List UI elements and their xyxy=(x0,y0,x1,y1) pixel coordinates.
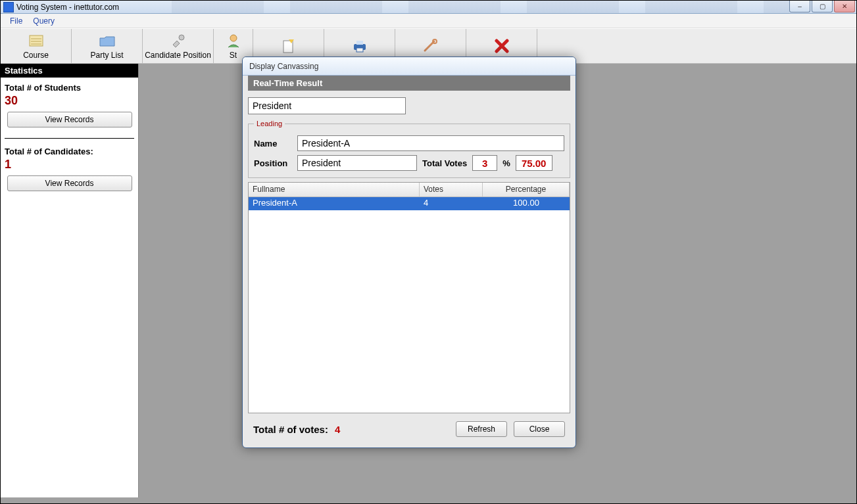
toolbar-candpos-label: Candidate Position xyxy=(145,51,211,60)
position-field[interactable]: President xyxy=(297,155,417,171)
toolbar-party-list[interactable]: Party List xyxy=(72,29,143,63)
course-icon xyxy=(27,32,45,49)
x-red-icon xyxy=(493,37,511,55)
percent-value: 75.00 xyxy=(522,158,547,169)
total-votes-field[interactable]: 3 xyxy=(472,155,497,171)
refresh-button[interactable]: Refresh xyxy=(456,421,507,437)
menu-file[interactable]: File xyxy=(5,15,28,27)
name-field[interactable]: President-A xyxy=(297,135,564,151)
svg-rect-8 xyxy=(356,41,363,45)
name-value: President-A xyxy=(302,138,350,149)
total-votes-footer-value: 4 xyxy=(335,424,340,435)
total-votes-value: 3 xyxy=(482,158,487,169)
display-canvassing-dialog[interactable]: Display Canvassing Real-Time Result Pres… xyxy=(242,57,576,448)
svg-point-4 xyxy=(179,35,184,40)
cell-votes: 4 xyxy=(420,197,483,210)
col-fullname[interactable]: Fullname xyxy=(249,183,420,196)
statistics-panel: Statistics Total # of Students 30 View R… xyxy=(1,64,139,497)
svg-rect-9 xyxy=(356,48,363,52)
dialog-footer: Total # of votes: 4 Refresh Close xyxy=(253,421,565,437)
cell-percentage: 100.00 xyxy=(483,197,570,210)
percent-field[interactable]: 75.00 xyxy=(516,155,552,171)
background-tabs-blur xyxy=(172,1,789,13)
position-select[interactable]: President xyxy=(248,97,406,114)
menu-bar: File Query xyxy=(1,14,856,28)
window-title: Voting System - inettutor.com xyxy=(16,3,119,12)
toolbar-course-label: Course xyxy=(23,51,49,60)
toolbar-party-label: Party List xyxy=(90,51,123,60)
close-dialog-button[interactable]: Close xyxy=(514,421,565,437)
total-votes-footer: Total # of votes: 4 xyxy=(253,424,340,435)
svg-rect-0 xyxy=(30,35,43,46)
view-records-candidates-button[interactable]: View Records xyxy=(7,175,132,191)
divider xyxy=(5,138,134,139)
maximize-button[interactable]: ▢ xyxy=(812,1,833,12)
window-controls: – ▢ ✕ xyxy=(789,1,856,13)
candidates-value: 1 xyxy=(5,158,134,172)
grid-rows: President-A 4 100.00 xyxy=(249,197,570,413)
leading-legend: Leading xyxy=(254,120,285,127)
statistics-header: Statistics xyxy=(1,64,138,78)
position-select-value: President xyxy=(253,101,291,111)
folder-icon xyxy=(98,32,116,49)
students-label: Total # of Students xyxy=(5,83,134,93)
col-votes[interactable]: Votes xyxy=(420,183,483,196)
cell-fullname: President-A xyxy=(249,197,420,210)
position-value: President xyxy=(302,158,341,168)
dialog-title-text: Display Canvassing xyxy=(249,62,318,71)
person-icon xyxy=(224,32,243,49)
minimize-button[interactable]: – xyxy=(789,1,810,12)
dialog-titlebar[interactable]: Display Canvassing xyxy=(243,57,575,76)
percent-symbol: % xyxy=(502,158,510,168)
section-realtime-result: Real-Time Result xyxy=(248,76,570,91)
svg-point-5 xyxy=(230,35,237,41)
menu-query[interactable]: Query xyxy=(28,15,60,27)
total-votes-footer-label: Total # of votes: xyxy=(253,424,328,435)
position-label: Position xyxy=(254,158,292,168)
candidates-label: Total # of Candidates: xyxy=(5,147,134,156)
results-grid[interactable]: Fullname Votes Percentage President-A 4 … xyxy=(248,182,570,413)
titlebar[interactable]: Voting System - inettutor.com – ▢ ✕ xyxy=(1,1,856,14)
close-button[interactable]: ✕ xyxy=(834,1,855,12)
app-icon xyxy=(3,2,14,12)
col-percentage[interactable]: Percentage xyxy=(483,183,570,196)
name-label: Name xyxy=(254,139,292,149)
grid-row[interactable]: President-A 4 100.00 xyxy=(249,197,570,210)
grid-header: Fullname Votes Percentage xyxy=(249,183,570,197)
wrench-icon xyxy=(422,37,440,55)
dialog-body: Real-Time Result President Leading Name … xyxy=(248,76,570,442)
toolbar-candidate-position[interactable]: Candidate Position xyxy=(143,29,214,63)
view-records-students-button[interactable]: View Records xyxy=(7,112,132,127)
printer-icon xyxy=(351,37,369,55)
total-votes-label: Total Votes xyxy=(422,158,467,168)
students-value: 30 xyxy=(5,94,134,108)
leading-fieldset: Leading Name President-A Position Presid… xyxy=(248,120,570,178)
tools-icon xyxy=(169,32,187,49)
document-arrow-icon xyxy=(280,37,298,55)
toolbar-course[interactable]: Course xyxy=(1,29,72,63)
toolbar-st-label: St xyxy=(230,51,237,60)
